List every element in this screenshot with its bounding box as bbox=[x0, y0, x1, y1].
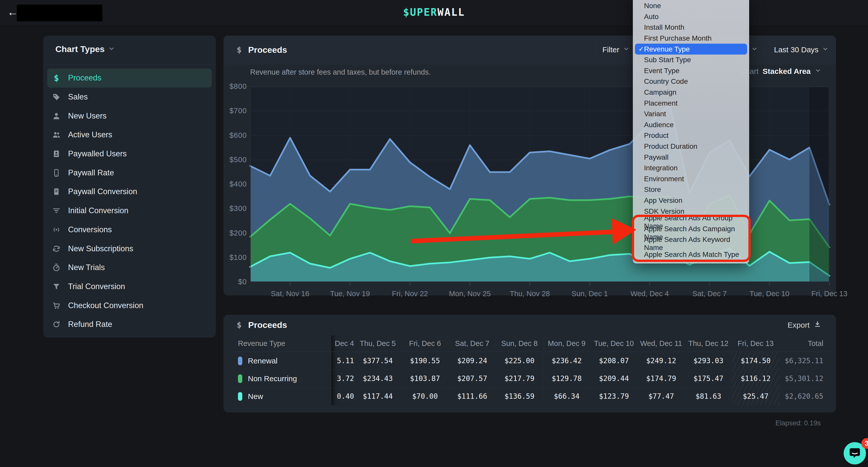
y-axis-labels: $0$100$200$300$400$500$600$700$800 bbox=[223, 87, 247, 282]
cart-icon bbox=[51, 301, 61, 310]
menu-item-event-type[interactable]: Event Type bbox=[633, 65, 749, 76]
table-cell: $174.79 bbox=[638, 370, 685, 387]
table-cell: $217.79 bbox=[496, 370, 543, 387]
menu-item-product[interactable]: Product bbox=[633, 130, 749, 141]
menu-item-label: Audience bbox=[644, 121, 674, 129]
y-axis-label: $100 bbox=[229, 253, 247, 262]
menu-item-none[interactable]: None bbox=[633, 1, 749, 11]
table-cell: $123.79 bbox=[590, 387, 638, 405]
table-panel-title: $ Proceeds bbox=[237, 315, 287, 335]
sidebar-item-label: New Subscriptions bbox=[68, 244, 133, 253]
sidebar-item-checkout-conversion[interactable]: Checkout Conversion bbox=[47, 296, 212, 315]
sidebar-item-paywall-rate[interactable]: Paywall Rate bbox=[47, 163, 212, 182]
table-column-header: Fri, Dec 13 bbox=[732, 336, 779, 352]
menu-item-paywall[interactable]: Paywall bbox=[633, 152, 749, 163]
series-name: Non Recurring bbox=[248, 374, 297, 383]
sidebar-item-label: New Users bbox=[68, 111, 107, 121]
sidebar-item-new-subscriptions[interactable]: New Subscriptions bbox=[47, 239, 212, 258]
rotate-ccw-icon bbox=[51, 320, 61, 329]
sidebar-item-trial-conversion[interactable]: Trial Conversion bbox=[47, 277, 212, 296]
y-axis-label: $700 bbox=[229, 107, 247, 115]
table-cell: $116.12 bbox=[732, 370, 779, 387]
filter-lines-icon bbox=[51, 206, 61, 215]
table-cell: $111.66 bbox=[448, 387, 496, 405]
menu-item-store[interactable]: Store bbox=[633, 184, 749, 195]
chart-types-title: Chart Types bbox=[55, 44, 105, 54]
menu-item-campaign[interactable]: Campaign bbox=[633, 87, 749, 98]
refresh-icon bbox=[51, 244, 61, 253]
table-cell: $377.54 bbox=[354, 352, 401, 370]
sidebar-item-new-users[interactable]: New Users bbox=[47, 106, 212, 125]
table-cell: $6,325.11 bbox=[779, 352, 830, 370]
x-axis-label: Thu, Nov 28 bbox=[510, 290, 550, 298]
chevron-down-icon bbox=[822, 45, 829, 54]
export-button[interactable]: Export bbox=[787, 320, 821, 330]
x-axis-label: Mon, Nov 25 bbox=[449, 290, 491, 298]
menu-item-integration[interactable]: Integration bbox=[633, 163, 749, 174]
sidebar-item-active-users[interactable]: Active Users bbox=[47, 125, 212, 144]
date-range-dropdown[interactable]: Last 30 Days bbox=[774, 36, 829, 64]
menu-item-install-month[interactable]: Install Month bbox=[633, 22, 749, 33]
chart-subtitle: Revenue after store fees and taxes, but … bbox=[250, 68, 431, 76]
menu-item-app-version[interactable]: App Version bbox=[633, 195, 749, 206]
table-cell: $293.03 bbox=[685, 352, 732, 370]
sidebar-item-new-trials[interactable]: New Trials bbox=[47, 258, 212, 277]
export-label: Export bbox=[787, 321, 810, 329]
sidebar-item-refund-rate[interactable]: Refund Rate bbox=[47, 315, 212, 334]
table-cell: $234.43 bbox=[354, 370, 401, 387]
table-cell: $249.12 bbox=[638, 352, 685, 370]
sidebar-item-label: Refund Rate bbox=[68, 320, 112, 329]
sidebar-item-conversions[interactable]: Conversions bbox=[47, 220, 212, 239]
download-icon bbox=[814, 320, 821, 330]
superwall-dashboard: ← $UPERWALL Chart Types $ProceedsSalesNe… bbox=[0, 0, 868, 467]
user-icon bbox=[51, 112, 61, 120]
chart-panel-title-text: Proceeds bbox=[248, 45, 287, 55]
y-axis-label: $200 bbox=[229, 229, 247, 237]
menu-item-placement[interactable]: Placement bbox=[633, 98, 749, 109]
menu-item-product-duration[interactable]: Product Duration bbox=[633, 141, 749, 152]
smartphone-icon bbox=[51, 169, 61, 177]
y-axis-label: $400 bbox=[229, 180, 247, 188]
table-cell: $236.42 bbox=[543, 352, 590, 370]
menu-item-variant[interactable]: Variant bbox=[633, 109, 749, 120]
sidebar-item-paywalled-users[interactable]: Paywalled Users bbox=[47, 144, 212, 163]
chart-type-value: Stacked Area bbox=[763, 67, 811, 76]
group-by-select[interactable] bbox=[751, 36, 758, 64]
logo-prefix: $UPER bbox=[403, 6, 437, 18]
table-cell: $208.07 bbox=[590, 352, 638, 370]
checkmark-icon: ✓ bbox=[639, 45, 644, 53]
chart-type-dropdown[interactable]: Chart Stacked Area bbox=[740, 67, 821, 76]
chat-bubble-icon bbox=[848, 446, 862, 461]
filter-dropdown[interactable]: Filter bbox=[602, 36, 629, 64]
menu-item-sub-start-type[interactable]: Sub Start Type bbox=[633, 55, 749, 65]
sidebar-item-label: Checkout Conversion bbox=[68, 301, 143, 310]
table-column-header: Mon, Dec 9 bbox=[543, 336, 590, 352]
sidebar-item-proceeds[interactable]: $Proceeds bbox=[47, 69, 212, 88]
x-axis-label: Tue, Dec 10 bbox=[750, 290, 789, 298]
table-cell: $207.57 bbox=[448, 370, 496, 387]
menu-item-label: First Purchase Month bbox=[644, 34, 712, 42]
menu-item-audience[interactable]: Audience bbox=[633, 120, 749, 130]
table-panel-header: $ Proceeds Export bbox=[223, 315, 836, 335]
table-column-header: Thu, Dec 12 bbox=[685, 336, 732, 352]
sidebar-item-label: Paywall Conversion bbox=[68, 187, 137, 196]
x-axis-label: Tue, Nov 19 bbox=[330, 290, 370, 298]
table-cell: $175.47 bbox=[685, 370, 732, 387]
menu-item-auto[interactable]: Auto bbox=[633, 11, 749, 22]
menu-item-revenue-type[interactable]: ✓Revenue Type bbox=[635, 44, 747, 55]
series-color-chip bbox=[238, 392, 242, 401]
sidebar-item-sales[interactable]: Sales bbox=[47, 88, 212, 107]
sidebar-item-label: Conversions bbox=[68, 225, 112, 234]
chevron-down-icon bbox=[623, 45, 629, 54]
filter-label: Filter bbox=[602, 45, 619, 54]
x-axis-label: Sun, Dec 1 bbox=[571, 290, 608, 298]
chart-types-header[interactable]: Chart Types bbox=[55, 44, 115, 54]
menu-item-label: Placement bbox=[644, 99, 678, 107]
table-column-header: Fri, Dec 6 bbox=[401, 336, 448, 352]
sidebar-item-paywall-conversion[interactable]: Paywall Conversion bbox=[47, 182, 212, 201]
date-range-label: Last 30 Days bbox=[774, 45, 818, 54]
menu-item-first-purchase-month[interactable]: First Purchase Month bbox=[633, 33, 749, 44]
menu-item-environment[interactable]: Environment bbox=[633, 174, 749, 185]
sidebar-item-initial-conversion[interactable]: Initial Conversion bbox=[47, 201, 212, 220]
menu-item-country-code[interactable]: Country Code bbox=[633, 76, 749, 87]
